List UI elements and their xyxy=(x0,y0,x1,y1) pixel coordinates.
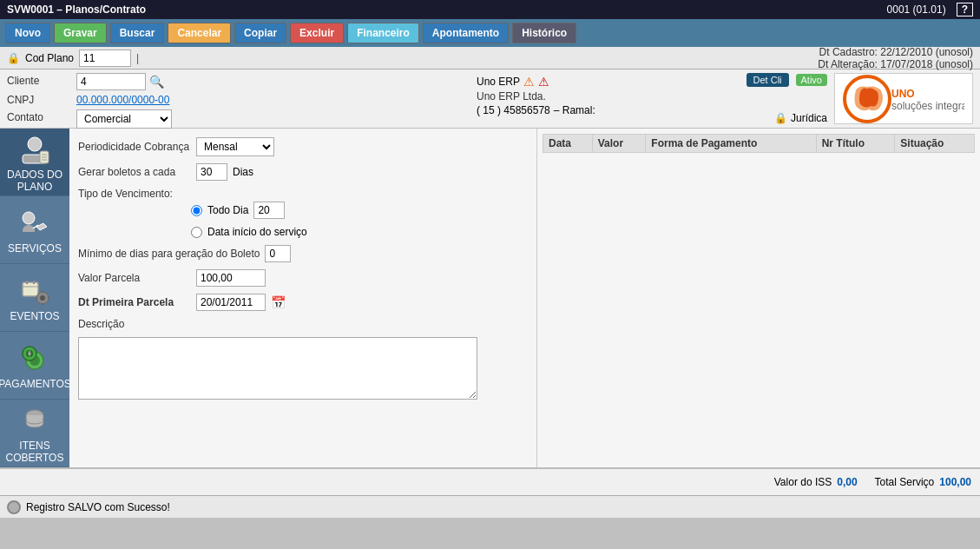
periodicidade-select[interactable]: Mensal Bimestral Trimestral Anual xyxy=(196,137,274,156)
valor-parcela-label: Valor Parcela xyxy=(78,272,191,284)
cliente-search-button[interactable]: 🔍 xyxy=(149,75,164,89)
toolbar: Novo Gravar Buscar Cancelar Copiar Exclu… xyxy=(0,19,980,47)
status-bar: Registro SALVO com Sucesso! xyxy=(0,495,980,518)
handshake-icon xyxy=(17,206,52,241)
sidebar-label-servicos: SERVIÇOS xyxy=(8,242,62,255)
todo-dia-radio[interactable] xyxy=(191,205,202,216)
table-panel: Data Valor Forma de Pagamento Nr Título … xyxy=(537,129,980,467)
gerar-boletos-label: Gerar boletos a cada xyxy=(78,166,191,178)
col-situacao: Situação xyxy=(895,135,975,153)
lock-icon: 🔒 xyxy=(7,52,20,64)
descricao-label-row: Descrição xyxy=(78,318,528,330)
sidebar-item-eventos[interactable]: EVENTOS xyxy=(0,264,69,332)
novo-button[interactable]: Novo xyxy=(5,23,50,43)
valor-parcela-row: Valor Parcela xyxy=(78,269,528,287)
periodicidade-row: Periodicidade Cobrança Mensal Bimestral … xyxy=(78,137,528,156)
juridica-label: Jurídica xyxy=(791,112,827,124)
periodicidade-label: Periodicidade Cobrança xyxy=(78,141,191,153)
historico-button[interactable]: Histórico xyxy=(512,23,576,43)
todo-dia-label: Todo Dia xyxy=(207,204,248,216)
sidebar-item-dados-plano[interactable]: DADOS DO PLANO xyxy=(0,129,69,196)
client-info-right: Det Cli Ativo 🔒 Jurídica xyxy=(730,73,834,124)
valor-iss-value: 0,00 xyxy=(837,476,857,488)
tipo-vencimento-label-row: Tipo de Vencimento: xyxy=(78,188,528,200)
cod-plano-input[interactable] xyxy=(79,50,131,67)
lock-juridica-icon: 🔒 xyxy=(774,112,787,124)
client-info-middle: Uno ERP ⚠ ⚠ Uno ERP Ltda. ( 15 ) 4585657… xyxy=(470,73,730,124)
session-info: 0001 (01.01) xyxy=(887,3,946,16)
main-area: DADOS DO PLANO SERVIÇOS xyxy=(0,129,980,467)
descricao-textarea[interactable] xyxy=(78,337,477,400)
financeiro-button[interactable]: Financeiro xyxy=(347,23,419,43)
cliente-label: Cliente xyxy=(7,73,76,90)
minimo-row: Mínimo de dias para geração do Boleto xyxy=(78,245,528,262)
cnpj-label: CNPJ xyxy=(7,92,76,108)
status-message: Registro SALVO com Sucesso! xyxy=(26,501,170,513)
company-name: Uno ERP Ltda. xyxy=(477,90,723,103)
minimo-input[interactable] xyxy=(265,245,291,262)
excluir-button[interactable]: Excluir xyxy=(290,23,344,43)
help-icon[interactable]: ? xyxy=(957,3,973,17)
det-cli-button[interactable]: Det Cli xyxy=(747,73,789,87)
dias-label: Dias xyxy=(233,166,253,178)
descricao-area xyxy=(78,337,528,402)
gerar-boletos-row: Gerar boletos a cada Dias xyxy=(78,163,528,181)
contato-label: Contato xyxy=(7,109,76,129)
dates-area: Dt Cadastro: 22/12/2010 (unosol) Dt Alte… xyxy=(818,46,973,70)
col-data: Data xyxy=(543,135,593,153)
buscar-button[interactable]: Buscar xyxy=(110,23,165,43)
svg-text:UNO: UNO xyxy=(891,88,915,100)
gerar-boletos-input[interactable] xyxy=(196,163,227,181)
cod-plano-row: 🔒 Cod Plano | Dt Cadastro: 22/12/2010 (u… xyxy=(0,47,980,69)
app-title: SVW0001 – Planos/Contrato xyxy=(7,3,146,16)
data-inicio-row: Data início do serviço xyxy=(191,226,528,238)
payment-icon xyxy=(17,341,52,376)
sidebar-item-servicos[interactable]: SERVIÇOS xyxy=(0,196,69,264)
phone-row: ( 15 ) 45856578 – Ramal: xyxy=(477,104,723,116)
cancelar-button[interactable]: Cancelar xyxy=(168,23,231,43)
client-area: Cliente 🔍 CNPJ 00.000.000/0000-00 Contat… xyxy=(0,69,980,129)
dt-primeira-parcela-input[interactable] xyxy=(196,294,266,311)
sidebar: DADOS DO PLANO SERVIÇOS xyxy=(0,129,69,467)
calendar-icon[interactable]: 📅 xyxy=(271,295,286,309)
minimo-label: Mínimo de dias para geração do Boleto xyxy=(78,248,260,260)
dt-primeira-parcela-label: Dt Primeira Parcela xyxy=(78,296,191,308)
ramal: – Ramal: xyxy=(554,104,595,116)
sidebar-label-dados: DADOS DO PLANO xyxy=(0,169,69,193)
title-bar: SVW0001 – Planos/Contrato 0001 (01.01) ? xyxy=(0,0,980,19)
todo-dia-row: Todo Dia xyxy=(191,202,528,219)
data-inicio-radio[interactable] xyxy=(191,227,202,238)
copiar-button[interactable]: Copiar xyxy=(234,23,286,43)
tipo-vencimento-label: Tipo de Vencimento: xyxy=(78,188,191,200)
apontamento-button[interactable]: Apontamento xyxy=(423,23,509,43)
company-logo: UNO soluções integradas xyxy=(834,73,973,124)
descricao-label: Descrição xyxy=(78,318,191,330)
erp-name: Uno ERP xyxy=(477,76,520,88)
total-servico-value: 100,00 xyxy=(939,476,971,488)
svg-point-9 xyxy=(23,212,35,224)
alert-icon: ⚠ xyxy=(538,75,549,89)
svg-text:soluções integradas: soluções integradas xyxy=(891,100,964,112)
data-inicio-label: Data início do serviço xyxy=(207,226,307,238)
contato-select[interactable]: Comercial xyxy=(76,109,172,129)
todo-dia-input[interactable] xyxy=(253,202,285,219)
warning-icon: ⚠ xyxy=(523,75,535,89)
dt-alteracao: Dt Alteração: 17/07/2018 (unosol) xyxy=(818,58,973,70)
cnpj-value[interactable]: 00.000.000/0000-00 xyxy=(76,94,169,106)
payments-table: Data Valor Forma de Pagamento Nr Título … xyxy=(543,134,975,153)
sidebar-item-itens-cobertos[interactable]: ITENS COBERTOS xyxy=(0,400,69,467)
svg-point-3 xyxy=(28,137,42,151)
valor-parcela-input[interactable] xyxy=(196,269,266,287)
phone: ( 15 ) 45856578 xyxy=(477,104,550,116)
user-document-icon xyxy=(17,132,52,167)
cod-plano-label: Cod Plano xyxy=(25,52,74,64)
calendar-gear-icon xyxy=(17,274,52,308)
total-servico-item: Total Serviço 100,00 xyxy=(875,476,971,488)
gravar-button[interactable]: Gravar xyxy=(54,23,107,43)
valor-iss-label: Valor do ISS xyxy=(774,476,832,488)
sidebar-label-eventos: EVENTOS xyxy=(10,310,59,322)
col-nr-titulo: Nr Título xyxy=(816,135,895,153)
cliente-input[interactable] xyxy=(76,73,146,90)
sidebar-item-pagamentos[interactable]: PAGAMENTOS xyxy=(0,332,69,400)
col-valor: Valor xyxy=(592,135,646,153)
